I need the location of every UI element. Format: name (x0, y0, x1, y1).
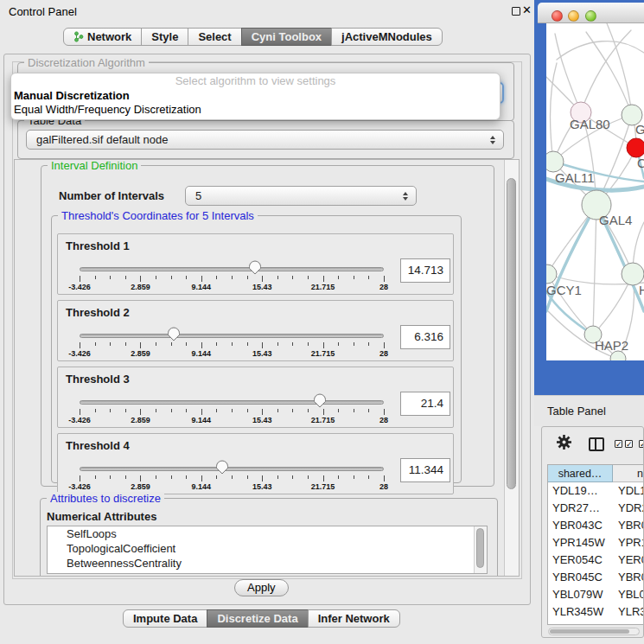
network-node-normal[interactable] (546, 265, 557, 284)
node-attribute-table[interactable]: shared… n YDL19…YDL1YDR27…YDR2YBR043CYBR… (547, 464, 644, 625)
table-row-ydl19[interactable]: YDL19…YDL1 (548, 482, 644, 500)
minor-tick (292, 342, 293, 346)
minimize-traffic-light[interactable] (568, 10, 579, 22)
minor-tick (354, 342, 354, 346)
tab-cyni-toolbox[interactable]: Cyni Toolbox (241, 28, 332, 46)
apply-button[interactable]: Apply (234, 579, 289, 596)
table-data-combobox[interactable]: galFiltered.sif default node (26, 130, 504, 150)
tab-discretize-data[interactable]: Discretize Data (207, 609, 308, 628)
tick-label: 9.144 (192, 349, 212, 358)
minor-tick (354, 276, 354, 279)
major-tick (323, 409, 324, 415)
table-row-ylr345w[interactable]: YLR345WYLR3 (548, 603, 644, 621)
threshold-slider-thumb[interactable] (215, 460, 229, 475)
list-scrollbar-thumb[interactable] (476, 528, 484, 568)
attribute-item-betweennesscentrality[interactable]: BetweennessCentrality (48, 556, 487, 571)
checkbox-icon[interactable]: ✓ (625, 440, 633, 448)
tab-select[interactable]: Select (188, 28, 241, 46)
float-window-icon[interactable] (512, 7, 520, 16)
table-row-ybl079w[interactable]: YBL079WYBL0 (548, 586, 644, 603)
cell-name: YBR0 (618, 569, 644, 586)
tick-label: 21.715 (311, 416, 335, 424)
minor-tick (368, 342, 369, 346)
network-canvas[interactable]: GAL80GACGAL11GAL4GCY1HHAP2 (546, 23, 644, 360)
settings-scrollbar-thumb[interactable] (507, 178, 516, 489)
threshold-value-field[interactable]: 6.316 (400, 325, 450, 349)
table-row-ydr27[interactable]: YDR27…YDR2 (548, 500, 644, 517)
threshold-panel: Threshold 1 14.713 -3.4262.8599.14415.43… (57, 233, 454, 295)
minor-tick (308, 475, 309, 479)
thresholds-group-title: Threshold's Coordinates for 5 Intervals (58, 209, 258, 222)
tick-label: 15.43 (252, 283, 272, 291)
tick-label: 28 (379, 482, 388, 491)
checkbox-icon[interactable]: ✓ (615, 440, 622, 448)
attribute-item-selfloops[interactable]: SelfLoops (48, 526, 487, 541)
split-columns-icon[interactable] (589, 437, 604, 451)
minor-tick (216, 342, 217, 346)
table-row-yer054c[interactable]: YER054CYER0 (548, 552, 644, 569)
list-scrollbar[interactable] (474, 526, 487, 573)
tab-cyni-toolbox-label: Cyni Toolbox (252, 29, 322, 45)
table-row-yil052c[interactable]: YIL052CYIL0 (548, 621, 644, 625)
table-row-ypr145w[interactable]: YPR145WYPR1 (548, 534, 644, 552)
dropdown-option-manual-discretization[interactable]: Manual Discretization (11, 89, 500, 103)
gear-icon[interactable] (557, 435, 571, 450)
threshold-slider-track[interactable] (80, 334, 384, 338)
minor-tick (308, 276, 309, 279)
num-intervals-value: 5 (195, 189, 399, 202)
threshold-slider-track[interactable] (80, 400, 384, 405)
table-panel-title: Table Panel (547, 405, 606, 418)
control-panel: Control Panel ✕ NetworkStyleSelectCyni T… (0, 0, 533, 644)
column-header-shared-name[interactable]: shared… (548, 465, 613, 482)
threshold-slider-thumb[interactable] (313, 393, 327, 408)
tab-network[interactable]: Network (63, 28, 142, 46)
num-intervals-combobox[interactable]: 5 (185, 186, 417, 206)
column-header-name[interactable]: n (613, 465, 644, 482)
threshold-slider-track[interactable] (80, 467, 384, 471)
minor-tick (95, 409, 96, 412)
cell-shared-name: YBR043C (552, 517, 611, 534)
tick-label: 2.859 (131, 482, 150, 491)
screenshot-root: { "icons": {"check": "✓", "close": "✕"},… (0, 0, 644, 644)
threshold-slider-thumb[interactable] (167, 327, 181, 341)
table-row-ybr045c[interactable]: YBR045CYBR0 (548, 569, 644, 586)
minor-tick (95, 276, 96, 279)
major-tick (140, 276, 141, 282)
threshold-value-field[interactable]: 14.713 (400, 258, 450, 283)
tab-impute-data[interactable]: Impute Data (123, 609, 207, 628)
minor-tick (171, 276, 172, 279)
threshold-panel: Threshold 3 21.4 -3.4262.8599.14415.4321… (57, 367, 454, 428)
tab-style[interactable]: Style (141, 28, 188, 46)
major-tick (201, 276, 202, 282)
dropdown-option-equal-width-frequency-discretization[interactable]: Equal Width/Frequency Discretization (11, 103, 500, 117)
close-icon[interactable]: ✕ (522, 3, 532, 16)
attribute-item-topologicalcoefficient[interactable]: TopologicalCoefficient (48, 541, 487, 556)
node-label-h: H (639, 283, 644, 297)
threshold-slider-track[interactable] (80, 267, 384, 271)
minor-tick (247, 276, 248, 279)
table-row-ybr043c[interactable]: YBR043CYBR0 (548, 517, 644, 534)
minor-tick (247, 409, 248, 412)
tick-label: 15.43 (252, 349, 272, 358)
tab-jactivemnodules[interactable]: jActiveMNodules (331, 28, 443, 46)
table-horizontal-scrollbar[interactable] (548, 628, 640, 635)
network-node-red[interactable] (627, 138, 644, 157)
major-tick (201, 342, 202, 348)
zoom-traffic-light[interactable] (585, 10, 596, 22)
threshold-value-field[interactable]: 11.344 (400, 458, 450, 482)
minor-tick (216, 276, 217, 279)
numerical-attributes-list[interactable]: SelfLoopsTopologicalCoefficientBetweenne… (47, 526, 488, 574)
tab-infer-network[interactable]: Infer Network (308, 609, 400, 628)
network-window-titlebar[interactable] (538, 3, 644, 23)
minor-tick (95, 475, 96, 479)
close-traffic-light[interactable] (552, 10, 563, 22)
table-scrollbar-thumb[interactable] (550, 629, 629, 634)
algorithm-group-title: Discretization Algorithm (24, 56, 149, 69)
checkbox-icon[interactable]: ✓ (639, 440, 644, 448)
threshold-slider-thumb[interactable] (248, 260, 262, 275)
cell-shared-name: YLR345W (552, 603, 611, 621)
minor-tick (292, 409, 293, 412)
network-node-normal[interactable] (546, 151, 564, 172)
threshold-value-field[interactable]: 21.4 (400, 392, 450, 416)
minor-tick (186, 342, 187, 346)
